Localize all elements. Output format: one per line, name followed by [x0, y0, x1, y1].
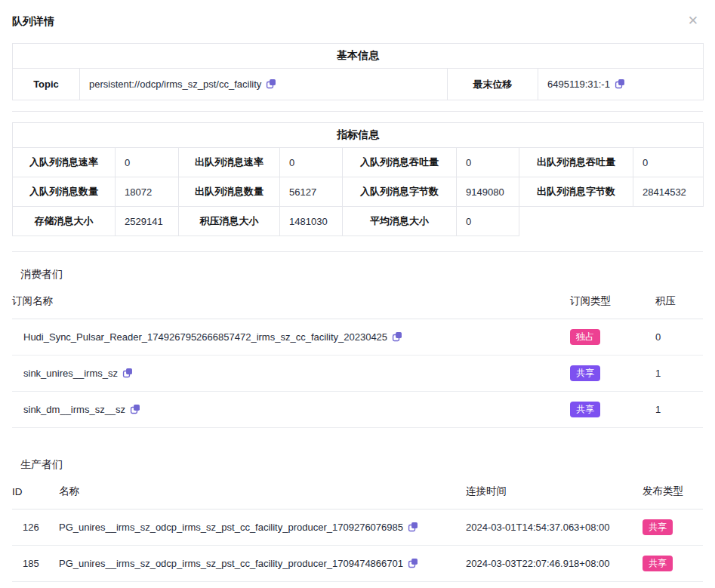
modal-header: 队列详情 ✕ — [12, 15, 703, 27]
table-row: 存储消息大小 2529141 积压消息大小 1481030 平均消息大小 0 — [13, 207, 704, 236]
consumer-row: sink_dm__irms_sz__sz 共享 1 — [12, 392, 703, 428]
subscription-type-badge: 共享 — [570, 402, 600, 417]
metric-value: 0 — [457, 207, 519, 236]
last-offset-value-cell: 6495119:31:-1 — [538, 69, 704, 100]
metric-label: 积压消息大小 — [179, 207, 280, 236]
subscription-type-badge: 共享 — [570, 365, 600, 381]
empty-cell — [519, 207, 704, 236]
consumer-row: Hudi_Sync_Pulsar_Reader_1749267952666857… — [12, 319, 703, 356]
basic-info-table: 基本信息 Topic persistent://odcp/irms_sz_pst… — [12, 43, 704, 100]
column-name: 名称 — [59, 483, 466, 509]
subscription-type-badge: 独占 — [570, 329, 600, 345]
basic-info-header: 基本信息 — [13, 44, 704, 69]
subscription-name-cell: Hudi_Sync_Pulsar_Reader_1749267952666857… — [12, 319, 570, 356]
section-divider — [12, 251, 703, 252]
consumers-section-title: 消费者们 — [12, 268, 703, 280]
queue-detail-modal: 队列详情 ✕ 基本信息 Topic persistent://odcp/irms… — [0, 0, 715, 582]
subscription-name: sink_unires__irms_sz — [23, 368, 118, 379]
copy-icon[interactable] — [615, 79, 625, 89]
metric-label: 入队列消息吞吐量 — [343, 148, 457, 177]
producers-section-title: 生产者们 — [12, 458, 703, 470]
producer-id-cell: 126 — [12, 509, 59, 546]
copy-icon[interactable] — [408, 558, 418, 568]
producer-name: PG_unires__irms_sz_odcp_irms_sz_pst_cc_f… — [59, 558, 403, 569]
metric-label: 出队列消息吞吐量 — [519, 148, 633, 177]
backlog-cell: 1 — [655, 356, 703, 392]
metrics-header: 指标信息 — [13, 123, 704, 148]
column-backlog: 积压 — [655, 293, 703, 319]
consumer-row: sink_unires__irms_sz 共享 1 — [12, 356, 703, 392]
subscription-name: Hudi_Sync_Pulsar_Reader_1749267952666857… — [23, 331, 387, 343]
section-divider — [12, 111, 703, 112]
metrics-table: 指标信息 入队列消息速率 0 出队列消息速率 0 入队列消息吞吐量 0 出队列消… — [12, 122, 704, 236]
column-id: ID — [12, 483, 59, 509]
subscription-type-cell: 共享 — [570, 356, 655, 392]
table-header-row: ID 名称 连接时间 发布类型 — [12, 483, 703, 509]
backlog-cell: 0 — [655, 319, 703, 356]
table-row: 入队列消息数量 18072 出队列消息数量 56127 入队列消息字节数 914… — [13, 177, 704, 207]
metric-label: 出队列消息速率 — [179, 148, 280, 177]
metric-value: 0 — [280, 148, 343, 177]
copy-icon[interactable] — [122, 368, 133, 378]
producer-name-cell: PG_unires__irms_sz_odcp_irms_sz_pst_cc_f… — [59, 509, 466, 546]
metric-value: 56127 — [280, 177, 343, 207]
topic-value-cell: persistent://odcp/irms_sz_pst/cc_facilit… — [80, 69, 448, 100]
copy-icon[interactable] — [266, 79, 276, 89]
metric-value: 28414532 — [633, 177, 704, 207]
metric-value: 0 — [633, 148, 704, 177]
publish-type-cell: 共享 — [643, 546, 703, 582]
subscription-name: sink_dm__irms_sz__sz — [23, 404, 125, 415]
last-offset-label: 最末位移 — [448, 69, 538, 100]
table-row: 指标信息 — [13, 123, 704, 148]
copy-icon[interactable] — [392, 331, 402, 342]
producers-table: ID 名称 连接时间 发布类型 126 PG_unires__irms_sz_o… — [12, 483, 703, 582]
table-row: 入队列消息速率 0 出队列消息速率 0 入队列消息吞吐量 0 出队列消息吞吐量 … — [13, 148, 704, 177]
column-subscription-type: 订阅类型 — [570, 293, 655, 319]
table-row: Topic persistent://odcp/irms_sz_pst/cc_f… — [13, 69, 704, 100]
table-row: 基本信息 — [13, 44, 704, 69]
column-connect-time: 连接时间 — [466, 483, 643, 509]
metric-label: 出队列消息字节数 — [519, 177, 633, 207]
topic-label: Topic — [13, 69, 80, 100]
connect-time-cell: 2024-03-01T14:54:37.063+08:00 — [466, 509, 643, 546]
copy-icon[interactable] — [130, 404, 140, 414]
topic-value: persistent://odcp/irms_sz_pst/cc_facilit… — [89, 79, 261, 90]
metric-value: 1481030 — [280, 207, 343, 236]
copy-icon[interactable] — [408, 522, 418, 532]
backlog-cell: 1 — [655, 392, 703, 428]
producer-row: 185 PG_unires__irms_sz_odcp_irms_sz_pst_… — [12, 546, 703, 582]
producer-name: PG_unires__irms_sz_odcp_irms_sz_pst_cc_f… — [59, 522, 403, 533]
close-icon[interactable]: ✕ — [688, 15, 698, 27]
producer-id-cell: 185 — [12, 546, 59, 582]
metric-label: 存储消息大小 — [13, 207, 116, 236]
producer-name-cell: PG_unires__irms_sz_odcp_irms_sz_pst_cc_f… — [59, 546, 466, 582]
metric-value: 18072 — [116, 177, 179, 207]
column-publish-type: 发布类型 — [643, 483, 703, 509]
publish-type-badge: 共享 — [643, 556, 673, 571]
page-title: 队列详情 — [12, 15, 54, 27]
subscription-type-cell: 独占 — [570, 319, 655, 356]
metric-label: 入队列消息速率 — [13, 148, 116, 177]
publish-type-badge: 共享 — [643, 519, 673, 535]
metric-value: 9149080 — [457, 177, 519, 207]
producer-row: 126 PG_unires__irms_sz_odcp_irms_sz_pst_… — [12, 509, 703, 546]
metric-value: 2529141 — [116, 207, 179, 236]
metric-label: 出队列消息数量 — [179, 177, 280, 207]
consumers-table: 订阅名称 订阅类型 积压 Hudi_Sync_Pulsar_Reader_174… — [12, 293, 703, 428]
subscription-name-cell: sink_dm__irms_sz__sz — [12, 392, 570, 428]
metric-label: 入队列消息数量 — [13, 177, 116, 207]
last-offset-value: 6495119:31:-1 — [547, 79, 610, 90]
subscription-type-cell: 共享 — [570, 392, 655, 428]
subscription-name-cell: sink_unires__irms_sz — [12, 356, 570, 392]
metric-value: 0 — [457, 148, 519, 177]
connect-time-cell: 2024-03-03T22:07:46.918+08:00 — [466, 546, 643, 582]
table-header-row: 订阅名称 订阅类型 积压 — [12, 293, 703, 319]
metric-label: 平均消息大小 — [343, 207, 457, 236]
metric-label: 入队列消息字节数 — [343, 177, 457, 207]
column-subscription-name: 订阅名称 — [12, 293, 570, 319]
metric-value: 0 — [116, 148, 179, 177]
publish-type-cell: 共享 — [643, 509, 703, 546]
